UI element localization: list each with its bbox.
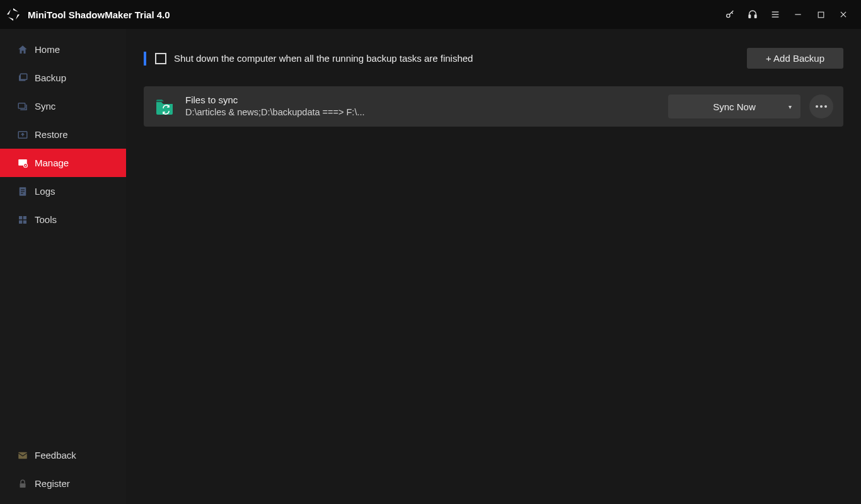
add-backup-button[interactable]: + Add Backup — [747, 48, 843, 69]
chevron-down-icon: ▾ — [789, 103, 792, 110]
svg-rect-21 — [19, 216, 22, 219]
sync-now-label: Sync Now — [713, 101, 756, 112]
shutdown-checkbox[interactable] — [155, 53, 166, 64]
sidebar-item-restore[interactable]: Restore — [0, 120, 126, 149]
sidebar-item-label: Manage — [35, 158, 69, 168]
accent-indicator — [144, 52, 146, 66]
svg-rect-23 — [19, 220, 22, 223]
svg-rect-12 — [18, 103, 25, 108]
sidebar-item-backup[interactable]: Backup — [0, 64, 126, 92]
home-icon — [16, 43, 29, 56]
sidebar-item-label: Logs — [35, 186, 55, 197]
svg-rect-22 — [23, 216, 26, 219]
sidebar-item-sync[interactable]: Sync — [0, 92, 126, 120]
svg-rect-1 — [749, 15, 751, 18]
folder-sync-icon — [154, 96, 175, 117]
sidebar-item-tools[interactable]: Tools — [0, 205, 126, 234]
sync-now-button[interactable]: Sync Now ▾ — [668, 94, 800, 118]
feedback-icon — [16, 449, 29, 462]
sidebar-item-label: Restore — [35, 129, 68, 140]
sidebar-item-label: Backup — [35, 72, 66, 83]
app-logo-icon — [5, 6, 21, 23]
svg-point-29 — [824, 105, 827, 108]
sidebar: Home Backup Sync — [0, 29, 126, 504]
svg-rect-11 — [20, 74, 27, 79]
svg-rect-2 — [754, 15, 756, 18]
action-bar: Shut down the computer when all the runn… — [144, 48, 843, 69]
headset-icon[interactable] — [741, 3, 764, 26]
shutdown-label: Shut down the computer when all the runn… — [174, 53, 473, 64]
sidebar-item-manage[interactable]: Manage — [0, 149, 126, 177]
svg-rect-24 — [23, 220, 26, 223]
sidebar-item-register[interactable]: Register — [0, 469, 126, 498]
close-icon[interactable] — [832, 3, 855, 26]
maximize-icon[interactable] — [809, 3, 832, 26]
svg-rect-25 — [18, 452, 27, 459]
sidebar-item-feedback[interactable]: Feedback — [0, 441, 126, 469]
sync-icon — [16, 100, 29, 113]
sidebar-item-label: Feedback — [35, 450, 76, 461]
sidebar-item-label: Register — [35, 478, 70, 489]
logs-icon — [16, 185, 29, 198]
task-card: Files to sync D:\articles & news;D:\back… — [144, 86, 843, 127]
key-icon[interactable] — [719, 3, 741, 26]
svg-rect-26 — [20, 483, 26, 488]
sidebar-item-logs[interactable]: Logs — [0, 177, 126, 205]
svg-point-27 — [816, 105, 818, 108]
register-icon — [16, 478, 29, 490]
sidebar-item-label: Home — [35, 44, 60, 55]
backup-icon — [16, 72, 29, 84]
main-panel: Shut down the computer when all the runn… — [126, 29, 861, 504]
sidebar-item-home[interactable]: Home — [0, 35, 126, 64]
svg-point-28 — [820, 105, 823, 108]
app-title: MiniTool ShadowMaker Trial 4.0 — [28, 9, 170, 20]
sidebar-item-label: Tools — [35, 214, 57, 225]
task-path: D:\articles & news;D:\backupdata ===> F:… — [185, 106, 668, 119]
task-title: Files to sync — [185, 94, 668, 106]
manage-icon — [16, 157, 29, 169]
menu-icon[interactable] — [764, 3, 787, 26]
titlebar: MiniTool ShadowMaker Trial 4.0 — [0, 0, 861, 29]
minimize-icon[interactable] — [787, 3, 809, 26]
svg-rect-7 — [818, 12, 824, 18]
restore-icon — [16, 129, 29, 141]
tools-icon — [16, 214, 29, 226]
more-options-button[interactable] — [809, 94, 833, 118]
sidebar-item-label: Sync — [35, 101, 55, 112]
svg-point-16 — [25, 164, 26, 166]
